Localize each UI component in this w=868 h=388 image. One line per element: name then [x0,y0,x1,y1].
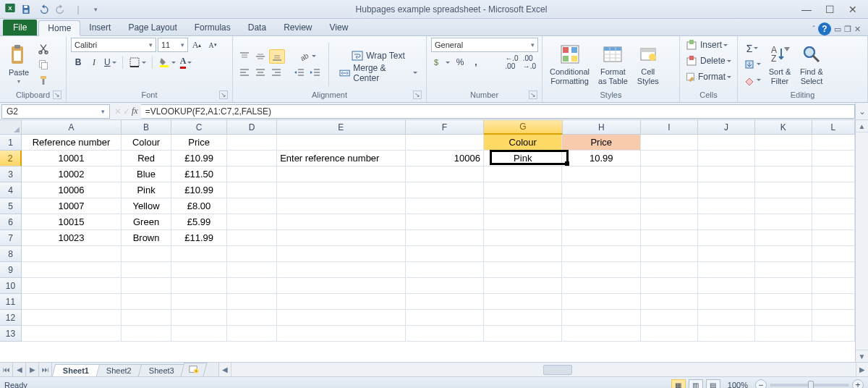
scroll-left-button[interactable]: ◀ [219,363,231,376]
cell-I1[interactable] [641,135,698,151]
column-header-K[interactable]: K [755,120,812,135]
cell-B6[interactable]: Green [122,214,171,230]
cell-K13[interactable] [755,326,812,342]
column-header-H[interactable]: H [563,120,641,135]
cell-F6[interactable] [406,214,484,230]
cell-L11[interactable] [812,294,855,310]
scroll-right-button[interactable]: ▶ [856,363,868,376]
row-header-7[interactable]: 7 [0,230,22,246]
sheet-nav-prev[interactable]: ◀ [13,363,26,376]
cell-C6[interactable]: £5.99 [171,214,227,230]
increase-decimal-button[interactable]: ←.0.00 [503,55,519,69]
cell-I3[interactable] [641,166,698,182]
zoom-in-button[interactable]: + [852,379,864,388]
cell-H4[interactable] [562,182,640,198]
cell-C5[interactable]: £8.00 [171,198,227,214]
cell-E1[interactable] [277,135,405,151]
cell-F8[interactable] [406,246,484,262]
cell-B7[interactable]: Brown [122,230,171,246]
cell-E8[interactable] [277,246,405,262]
cut-button[interactable] [36,41,51,56]
cell-G10[interactable] [484,278,562,294]
cell-I2[interactable] [641,151,698,166]
row-header-1[interactable]: 1 [0,135,22,151]
cell-L6[interactable] [812,214,855,230]
cell-L3[interactable] [812,166,855,182]
delete-cells-button[interactable]: Delete [684,54,733,68]
cell-H1[interactable]: Price [562,135,640,151]
cell-G6[interactable] [484,214,562,230]
comma-format-button[interactable]: , [469,55,483,69]
cell-I10[interactable] [641,278,698,294]
italic-button[interactable]: I [87,55,101,69]
cell-D6[interactable] [227,214,277,230]
row-header-8[interactable]: 8 [0,246,22,262]
hscroll-thumb[interactable] [543,365,572,375]
tab-view[interactable]: View [321,20,357,35]
cell-B13[interactable] [122,326,171,342]
cell-F2[interactable]: 10006 [406,151,484,166]
clipboard-dialog-launcher[interactable]: ↘ [53,90,61,99]
row-header-4[interactable]: 4 [0,182,22,198]
row-header-10[interactable]: 10 [0,278,22,294]
number-format-combo[interactable]: General▾ [431,38,538,52]
view-normal-button[interactable]: ▦ [671,379,686,388]
align-left-button[interactable] [237,65,252,80]
zoom-slider[interactable] [770,384,849,387]
row-header-13[interactable]: 13 [0,326,22,342]
cell-D2[interactable] [227,151,277,166]
cell-J10[interactable] [698,278,755,294]
column-header-C[interactable]: C [171,120,227,135]
cell-D5[interactable] [227,198,277,214]
name-box[interactable]: G2▾ [1,104,110,119]
cell-C4[interactable]: £10.99 [171,182,227,198]
cell-H10[interactable] [562,278,640,294]
cell-I13[interactable] [641,326,698,342]
column-header-J[interactable]: J [698,120,755,135]
fill-button[interactable] [742,57,762,72]
row-headers[interactable]: 12345678910111213 [0,135,22,342]
format-painter-button[interactable] [36,73,51,88]
insert-cells-button[interactable]: Insert [684,38,733,52]
bold-button[interactable]: B [71,55,85,69]
cell-E2[interactable]: Enter reference number [277,151,405,166]
tab-data[interactable]: Data [239,20,275,35]
cell-H9[interactable] [562,262,640,278]
cell-C1[interactable]: Price [171,135,227,151]
column-headers[interactable]: ABCDEFGHIJKL [22,120,855,135]
cell-J9[interactable] [698,262,755,278]
cell-J5[interactable] [698,198,755,214]
horizontal-scrollbar[interactable]: ◀ ▶ [218,363,868,376]
conditional-formatting-button[interactable]: Conditional Formatting [547,41,592,86]
decrease-decimal-button[interactable]: .00→.0 [522,55,537,69]
align-right-button[interactable] [269,65,284,80]
wrap-text-button[interactable]: Wrap Text [335,48,422,63]
cell-F1[interactable] [406,135,484,151]
cell-I4[interactable] [641,182,698,198]
cell-G11[interactable] [484,294,562,310]
cell-L12[interactable] [812,310,855,326]
cell-A12[interactable] [22,310,122,326]
cell-I12[interactable] [641,310,698,326]
cell-F7[interactable] [406,230,484,246]
cell-J11[interactable] [698,294,755,310]
cell-E12[interactable] [277,310,405,326]
cell-K1[interactable] [755,135,812,151]
cell-I8[interactable] [641,246,698,262]
row-header-11[interactable]: 11 [0,294,22,310]
cell-H5[interactable] [562,198,640,214]
cell-G4[interactable] [484,182,562,198]
cell-C2[interactable]: £10.99 [171,151,227,166]
font-color-button[interactable]: A [179,55,194,69]
tab-file[interactable]: File [3,20,37,35]
cell-L10[interactable] [812,278,855,294]
cell-B1[interactable]: Colour [122,135,171,151]
font-size-combo[interactable]: 11▾ [158,38,188,52]
cell-A9[interactable] [22,262,122,278]
underline-button[interactable]: U [103,55,118,69]
column-header-G[interactable]: G [484,120,562,135]
cell-G1[interactable]: Colour [484,135,562,151]
tab-page-layout[interactable]: Page Layout [119,20,185,35]
cell-H12[interactable] [562,310,640,326]
cell-D9[interactable] [227,262,277,278]
